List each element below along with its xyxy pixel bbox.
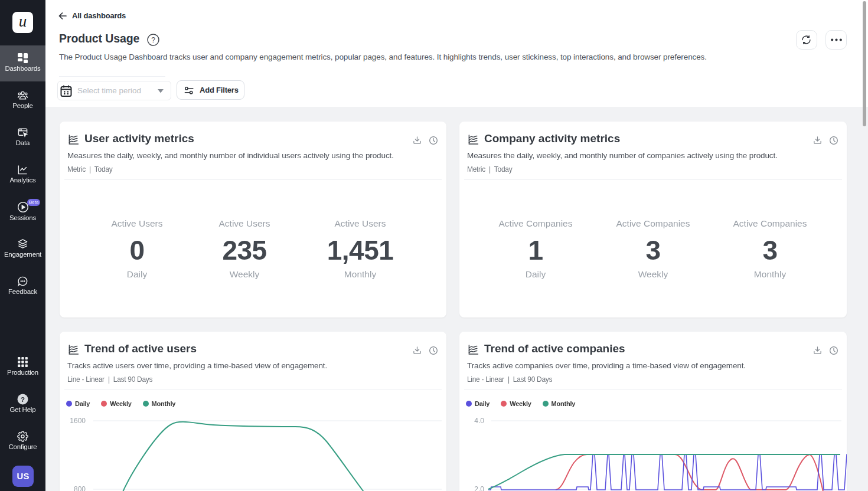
svg-text:2.0: 2.0	[474, 485, 484, 491]
svg-text:800: 800	[74, 485, 86, 491]
svg-text:?: ?	[21, 396, 25, 403]
svg-text:1600: 1600	[70, 417, 86, 425]
svg-text:4.0: 4.0	[474, 417, 484, 425]
svg-text:?: ?	[151, 36, 155, 44]
